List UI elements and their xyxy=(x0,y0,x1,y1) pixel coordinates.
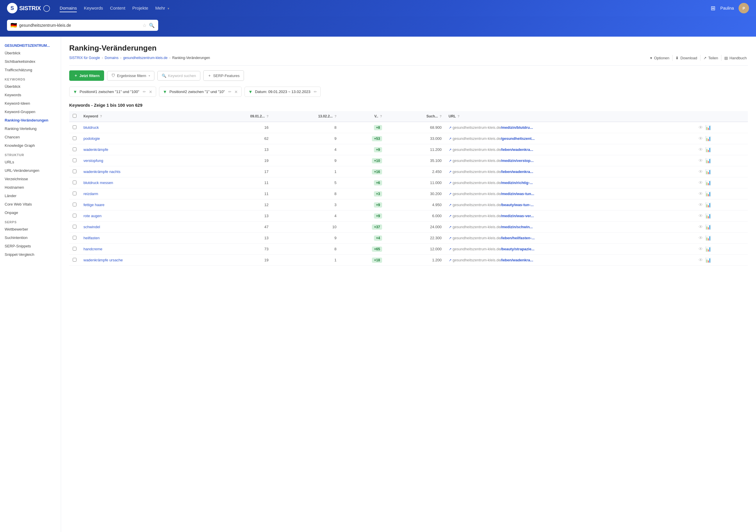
th-pos1-help[interactable]: ? xyxy=(267,115,269,118)
sidebar-item-trafficschatzung[interactable]: Trafficschätzung xyxy=(0,66,61,74)
ergebnisse-filtern-button[interactable]: ⛉ Ergebnisse filtern ▾ xyxy=(107,71,154,81)
keyword-link-0[interactable]: blutdruck xyxy=(83,125,99,130)
row-chart-icon-8[interactable]: 📊 xyxy=(705,213,711,219)
sidebar-item-snippet-vergleich[interactable]: Snippet-Vergleich xyxy=(0,250,61,259)
row-eye-icon-9[interactable]: 👁 xyxy=(698,225,703,230)
url-external-icon-9[interactable]: ↗ xyxy=(449,225,451,229)
sidebar-item-onpage[interactable]: Onpage xyxy=(0,208,61,217)
row-eye-icon-2[interactable]: 👁 xyxy=(698,147,703,152)
breadcrumb-domains[interactable]: Domains xyxy=(105,56,118,60)
sidebar-item-verzeichnisse[interactable]: Verzeichnisse xyxy=(0,175,61,183)
filter-tag-2-edit[interactable]: ✏ xyxy=(228,90,231,94)
sidebar-item-chancen[interactable]: Chancen xyxy=(0,133,61,141)
row-chart-icon-4[interactable]: 📊 xyxy=(705,169,711,174)
sidebar-item-urls[interactable]: URLs xyxy=(0,158,61,166)
breadcrumb-domain[interactable]: gesundheitszentrum-kleis.de xyxy=(123,56,168,60)
keyword-link-4[interactable]: wadenkrämpfe nachts xyxy=(83,170,121,174)
keyword-link-9[interactable]: schwindel xyxy=(83,225,100,229)
avatar[interactable]: P xyxy=(739,3,749,13)
add-filter-button[interactable]: ＋ Jetzt filtern xyxy=(69,70,104,81)
row-eye-icon-12[interactable]: 👁 xyxy=(698,257,703,263)
filter-tag-2-remove[interactable]: ✕ xyxy=(234,90,238,94)
th-pos2-help[interactable]: ? xyxy=(335,115,337,118)
filter-tag-3-edit[interactable]: ✏ xyxy=(314,90,317,94)
url-external-icon-8[interactable]: ↗ xyxy=(449,214,451,218)
star-icon[interactable]: ☆ xyxy=(143,23,147,28)
url-external-icon-7[interactable]: ↗ xyxy=(449,203,451,207)
sidebar-item-serp-snippets[interactable]: SERP-Snippets xyxy=(0,242,61,250)
sidebar-item-ranking-verteilung[interactable]: Ranking-Verteilung xyxy=(0,124,61,133)
row-eye-icon-10[interactable]: 👁 xyxy=(698,235,703,241)
row-chart-icon-0[interactable]: 📊 xyxy=(705,125,711,130)
row-eye-icon-8[interactable]: 👁 xyxy=(698,213,703,219)
download-button[interactable]: ⬇ Download xyxy=(674,56,698,60)
url-external-icon-1[interactable]: ↗ xyxy=(449,137,451,141)
nav-item-domains[interactable]: Domains xyxy=(60,4,77,12)
sidebar-item-url-veranderungen[interactable]: URL-Veränderungen xyxy=(0,166,61,175)
sidebar-item-keywords-uberblick[interactable]: Überblick xyxy=(0,82,61,91)
keyword-link-11[interactable]: handcreme xyxy=(83,247,102,251)
nav-item-keywords[interactable]: Keywords xyxy=(84,4,103,12)
url-external-icon-11[interactable]: ↗ xyxy=(449,247,451,251)
sidebar-item-knowledge-graph[interactable]: Knowledge Graph xyxy=(0,141,61,150)
keyword-link-7[interactable]: fettige haare xyxy=(83,202,104,207)
serp-features-button[interactable]: ＋ SERP-Features xyxy=(203,70,244,81)
keyword-search-box[interactable]: 🔍 Keyword suchen xyxy=(157,71,200,81)
optionen-button[interactable]: ▾ Optionen xyxy=(649,56,670,60)
keyword-link-5[interactable]: blutdruck messen xyxy=(83,180,113,185)
row-checkbox-7[interactable] xyxy=(73,202,76,206)
row-checkbox-8[interactable] xyxy=(73,214,76,218)
url-external-icon-6[interactable]: ↗ xyxy=(449,192,451,196)
row-checkbox-5[interactable] xyxy=(73,180,76,184)
grid-icon[interactable]: ⊞ xyxy=(711,5,716,12)
row-checkbox-1[interactable] xyxy=(73,136,76,140)
row-checkbox-10[interactable] xyxy=(73,236,76,240)
nav-item-mehr[interactable]: Mehr ▼ xyxy=(155,4,170,12)
row-checkbox-0[interactable] xyxy=(73,125,76,129)
th-search-help[interactable]: ? xyxy=(440,115,442,118)
handbuch-button[interactable]: ▤ Handbuch xyxy=(723,56,748,60)
th-keyword-help[interactable]: ? xyxy=(100,115,102,118)
sidebar-item-uberblick-top[interactable]: Überblick xyxy=(0,49,61,57)
row-checkbox-12[interactable] xyxy=(73,258,76,262)
sidebar-item-hostnamen[interactable]: Hostnamen xyxy=(0,183,61,192)
row-checkbox-9[interactable] xyxy=(73,225,76,228)
row-eye-icon-6[interactable]: 👁 xyxy=(698,191,703,197)
sidebar-item-keyword-gruppen[interactable]: Keyword-Gruppen xyxy=(0,108,61,116)
row-chart-icon-5[interactable]: 📊 xyxy=(705,180,711,185)
breadcrumb-sistrix[interactable]: SISTRIX für Google xyxy=(69,56,100,60)
row-eye-icon-3[interactable]: 👁 xyxy=(698,158,703,163)
row-eye-icon-0[interactable]: 👁 xyxy=(698,125,703,130)
select-all-checkbox[interactable] xyxy=(73,114,76,118)
logo[interactable]: S SISTRIX ◯ xyxy=(7,3,50,13)
keyword-link-2[interactable]: wadenkrämpfe xyxy=(83,147,108,152)
filter-tag-1-remove[interactable]: ✕ xyxy=(149,90,152,94)
row-checkbox-11[interactable] xyxy=(73,247,76,251)
url-external-icon-5[interactable]: ↗ xyxy=(449,181,451,185)
keyword-link-10[interactable]: heilfasten xyxy=(83,236,100,240)
url-external-icon-4[interactable]: ↗ xyxy=(449,170,451,174)
row-chart-icon-7[interactable]: 📊 xyxy=(705,202,711,208)
row-checkbox-3[interactable] xyxy=(73,158,76,162)
row-eye-icon-7[interactable]: 👁 xyxy=(698,202,703,208)
row-checkbox-6[interactable] xyxy=(73,192,76,195)
keyword-link-1[interactable]: podologie xyxy=(83,136,100,141)
sidebar-item-core-web-vitals[interactable]: Core Web Vitals xyxy=(0,200,61,208)
sidebar-item-keywords[interactable]: Keywords xyxy=(0,91,61,99)
row-chart-icon-2[interactable]: 📊 xyxy=(705,147,711,152)
teilen-button[interactable]: ↗ Teilen xyxy=(702,56,719,60)
row-eye-icon-11[interactable]: 👁 xyxy=(698,247,703,252)
row-chart-icon-9[interactable]: 📊 xyxy=(705,224,711,230)
row-chart-icon-1[interactable]: 📊 xyxy=(705,136,711,141)
keyword-link-8[interactable]: rote augen xyxy=(83,214,101,218)
row-chart-icon-12[interactable]: 📊 xyxy=(705,257,711,263)
sidebar-item-suchintention[interactable]: Suchintention xyxy=(0,233,61,242)
sidebar-item-lander[interactable]: Länder xyxy=(0,192,61,200)
row-eye-icon-1[interactable]: 👁 xyxy=(698,136,703,141)
filter-tag-1-edit[interactable]: ✏ xyxy=(143,90,146,94)
row-chart-icon-11[interactable]: 📊 xyxy=(705,246,711,252)
url-external-icon-2[interactable]: ↗ xyxy=(449,148,451,152)
keyword-link-12[interactable]: wadenkrämpfe ursache xyxy=(83,258,123,262)
search-submit-icon[interactable]: 🔍 xyxy=(149,23,155,28)
search-input[interactable] xyxy=(19,23,140,28)
